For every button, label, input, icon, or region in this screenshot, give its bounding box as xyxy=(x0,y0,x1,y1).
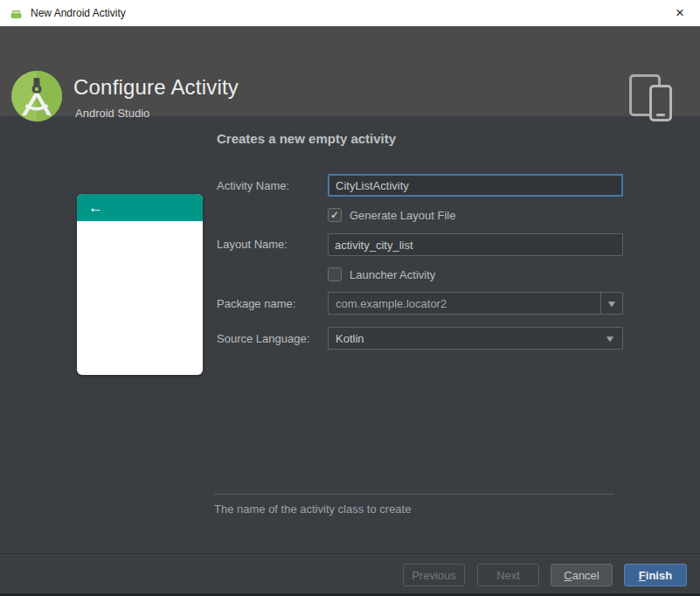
window-title: New Android Activity xyxy=(31,7,126,19)
finish-mnemonic: F xyxy=(639,569,646,582)
cancel-label-rest: ancel xyxy=(572,569,600,582)
package-name-combobox[interactable]: com.example.locator2 ▼ xyxy=(328,292,623,315)
cancel-button[interactable]: Cancel xyxy=(551,564,613,586)
package-name-dropdown-button[interactable]: ▼ xyxy=(600,293,622,314)
preview-appbar: ← xyxy=(77,194,203,221)
activity-preview-thumbnail: ← xyxy=(77,194,203,375)
source-language-value: Kotlin xyxy=(329,332,598,345)
finish-button[interactable]: Finish xyxy=(624,564,687,586)
source-language-dropdown[interactable]: Kotlin ▼ xyxy=(328,327,623,350)
footer-divider xyxy=(0,553,700,554)
back-arrow-icon: ← xyxy=(88,200,103,215)
close-icon[interactable]: × xyxy=(665,0,695,26)
hint-separator xyxy=(214,494,614,495)
hint-text: The name of the activity class to create xyxy=(214,502,411,516)
generate-layout-checkbox[interactable]: ✓ xyxy=(328,208,342,222)
phone-homebar xyxy=(656,114,665,116)
wizard-title: Configure Activity xyxy=(73,75,239,100)
previous-button[interactable]: Previous xyxy=(403,564,465,586)
android-studio-logo-icon xyxy=(11,71,62,121)
step-heading: Creates a new empty activity xyxy=(217,131,396,146)
package-name-label: Package name: xyxy=(217,297,295,310)
launcher-activity-row[interactable]: Launcher Activity xyxy=(328,267,435,281)
finish-label-rest: inish xyxy=(646,569,672,582)
phone-outline-icon xyxy=(649,85,672,121)
next-button[interactable]: Next xyxy=(477,564,539,586)
generate-layout-row[interactable]: ✓ Generate Layout File xyxy=(328,208,455,222)
package-name-value: com.example.locator2 xyxy=(329,297,600,310)
generate-layout-label: Generate Layout File xyxy=(350,209,455,222)
activity-name-label: Activity Name: xyxy=(217,179,289,192)
source-language-arrow[interactable]: ▼ xyxy=(598,328,622,349)
activity-name-input[interactable] xyxy=(328,174,623,197)
source-language-label: Source Language: xyxy=(217,332,309,345)
launcher-activity-label: Launcher Activity xyxy=(350,268,435,281)
cancel-mnemonic: C xyxy=(564,569,572,582)
chevron-down-icon: ▼ xyxy=(606,299,618,308)
android-logo-icon xyxy=(9,7,24,20)
wizard-subtitle: Android Studio xyxy=(75,107,149,120)
layout-name-input[interactable] xyxy=(328,233,623,256)
launcher-activity-checkbox[interactable] xyxy=(328,267,342,281)
new-android-activity-dialog: New Android Activity × Configure Activit… xyxy=(0,0,700,596)
phone-tablet-icon xyxy=(629,73,682,121)
wizard-banner: Configure Activity Android Studio xyxy=(0,26,700,116)
layout-name-label: Layout Name: xyxy=(217,238,288,251)
chevron-down-icon: ▼ xyxy=(604,334,616,343)
titlebar: New Android Activity × xyxy=(0,0,700,26)
